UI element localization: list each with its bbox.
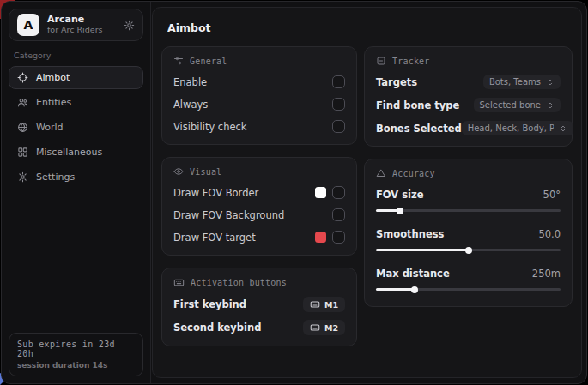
max-distance-slider[interactable] — [376, 286, 561, 292]
general-card: General Enable Always Visibility check — [161, 46, 357, 145]
card-title: General — [190, 57, 227, 66]
square-minus-icon — [376, 56, 386, 66]
second-keybind-button[interactable]: M2 — [303, 320, 345, 335]
setting-group-smoothness: Smoothness 50.0 — [376, 226, 561, 253]
crosshair-icon — [17, 72, 28, 83]
tracker-card: Tracker Targets Bots, Teams — [364, 46, 573, 147]
slider-thumb[interactable] — [397, 208, 403, 214]
app-window: A Arcane for Arc Riders Category Aimbot — [1, 1, 587, 384]
color-swatch[interactable] — [315, 232, 326, 243]
chevrons-up-down-icon — [546, 78, 555, 87]
app-header: A Arcane for Arc Riders — [9, 9, 143, 41]
draw-fov-target-checkbox[interactable] — [332, 231, 345, 244]
app-logo: A — [17, 14, 39, 36]
setting-row-draw-fov-border: Draw FOV Border — [173, 185, 345, 200]
setting-row-draw-fov-background: Draw FOV Background — [173, 208, 345, 222]
keyboard-icon — [173, 277, 185, 288]
targets-dropdown[interactable]: Bots, Teams — [483, 75, 561, 89]
chevrons-up-down-icon — [559, 124, 567, 133]
card-title: Visual — [190, 167, 221, 177]
visibility-check-checkbox[interactable] — [332, 120, 345, 133]
setting-row-always: Always — [173, 97, 345, 111]
app-subtitle: for Arc Riders — [47, 26, 116, 35]
app-name: Arcane — [47, 15, 116, 26]
smoothness-slider[interactable] — [376, 247, 561, 253]
fov-size-slider[interactable] — [376, 208, 561, 214]
keyboard-icon — [310, 299, 320, 310]
max-distance-value: 250m — [532, 268, 561, 280]
sidebar-item-miscellaneous[interactable]: Miscellaneous — [9, 141, 143, 164]
first-keybind-button[interactable]: M1 — [303, 297, 345, 312]
slider-thumb[interactable] — [465, 247, 472, 254]
triangle-icon — [376, 168, 386, 178]
slider-thumb[interactable] — [411, 286, 418, 293]
keyboard-icon — [310, 322, 320, 333]
sidebar-item-entities[interactable]: Entities — [9, 91, 143, 114]
chevrons-up-down-icon — [546, 101, 555, 110]
eye-icon — [173, 166, 184, 177]
setting-row-draw-fov-target: Draw FOV target — [173, 230, 345, 244]
sidebar-item-label: Settings — [36, 171, 75, 183]
sidebar-item-label: Entities — [36, 97, 71, 108]
setting-row-first-keybind: First keybind M1 — [173, 297, 345, 312]
sidebar: A Arcane for Arc Riders Category Aimbot — [2, 2, 151, 383]
setting-row-find-bone-type: Find bone type Selected bone — [376, 98, 561, 112]
setting-group-fov-size: FOV size 50° — [376, 187, 561, 214]
bones-selected-dropdown[interactable]: Head, Neck, Body, Pe... — [462, 121, 573, 135]
setting-row-targets: Targets Bots, Teams — [376, 75, 561, 89]
setting-row-bones-selected: Bones Selected Head, Neck, Body, Pe... — [376, 121, 561, 135]
draw-fov-border-checkbox[interactable] — [332, 186, 345, 199]
setting-group-max-distance: Max distance 250m — [376, 266, 561, 292]
gear-icon[interactable] — [124, 20, 135, 31]
grid-icon — [17, 147, 28, 158]
globe-icon — [17, 122, 28, 133]
gear-icon — [17, 171, 28, 183]
sidebar-item-label: Aimbot — [36, 72, 70, 83]
enable-checkbox[interactable] — [332, 75, 345, 88]
sub-expiry: Sub expires in 23d 20h — [17, 340, 135, 358]
sidebar-item-aimbot[interactable]: Aimbot — [9, 66, 143, 89]
subscription-info: Sub expires in 23d 20h session duration … — [9, 333, 143, 376]
card-title: Tracker — [392, 57, 430, 66]
session-duration: session duration 14s — [17, 361, 135, 370]
category-label: Category — [14, 51, 138, 60]
main-panel: Aimbot General Enable — [152, 7, 582, 378]
fov-size-value: 50° — [543, 189, 561, 201]
card-title: Activation buttons — [191, 278, 287, 287]
setting-row-enable: Enable — [173, 75, 345, 89]
setting-row-second-keybind: Second keybind M2 — [173, 320, 345, 335]
always-checkbox[interactable] — [332, 98, 345, 111]
sidebar-item-settings[interactable]: Settings — [9, 165, 143, 189]
activation-buttons-card: Activation buttons First keybind M1 — [161, 268, 357, 346]
sidebar-item-label: Miscellaneous — [36, 147, 102, 158]
visual-card: Visual Draw FOV Border Draw FOV Backgrou… — [161, 157, 357, 256]
page-title: Aimbot — [167, 21, 573, 34]
category-nav: Aimbot Entities World Miscellaneous — [9, 66, 143, 189]
accuracy-card: Accuracy FOV size 50° — [364, 159, 573, 307]
find-bone-type-dropdown[interactable]: Selected bone — [474, 98, 561, 112]
sidebar-item-world[interactable]: World — [9, 116, 143, 139]
users-icon — [17, 97, 28, 108]
card-title: Accuracy — [392, 169, 435, 178]
sliders-icon — [173, 56, 184, 66]
setting-row-visibility-check: Visibility check — [173, 119, 345, 134]
color-swatch[interactable] — [315, 187, 326, 198]
sidebar-item-label: World — [36, 122, 64, 133]
draw-fov-background-checkbox[interactable] — [332, 208, 345, 221]
smoothness-value: 50.0 — [538, 228, 561, 240]
